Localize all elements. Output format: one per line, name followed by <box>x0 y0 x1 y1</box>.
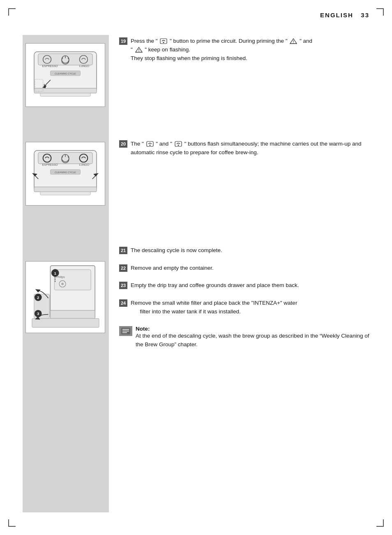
svg-rect-24 <box>34 187 97 192</box>
note-box: Note: At the end of the descaling cycle,… <box>119 325 369 349</box>
step-19-block: 19 Press the " " button to prime the cir… <box>119 37 369 63</box>
svg-rect-29 <box>54 270 91 290</box>
step-19-number: 19 <box>119 37 127 45</box>
language-label: ENGLISH <box>320 12 353 19</box>
svg-text:CLEANING CYCLE: CLEANING CYCLE <box>55 171 76 174</box>
step-20-text: The " " and " " buttons flash simultaneo… <box>131 140 369 157</box>
svg-point-45 <box>163 42 164 43</box>
step-19-subtext: They stop flashing when the priming is f… <box>131 54 312 63</box>
step-20-number: 20 <box>119 140 127 148</box>
step-23-text: Empty the drip tray and coffee grounds d… <box>131 281 299 290</box>
step-23-block: 23 Empty the drip tray and coffee ground… <box>119 281 369 290</box>
step-20-block: 20 The " " and " " buttons flash simulta… <box>119 140 369 157</box>
page-header: ENGLISH 33 <box>320 12 369 19</box>
note-label: Note: <box>136 326 150 332</box>
step-21-text: The descaling cycle is now complete. <box>131 246 222 255</box>
svg-text:CLEANING CYCLE: CLEANING CYCLE <box>55 72 76 75</box>
step-22-number: 22 <box>119 264 127 272</box>
machine-illustration-3: Philips 1 2 3 <box>25 261 105 333</box>
content-area: 19 Press the " " button to prime the cir… <box>119 37 369 352</box>
step-21-block: 21 The descaling cycle is now complete. <box>119 246 369 255</box>
svg-text:2: 2 <box>37 295 39 300</box>
corner-mark-bl <box>8 519 16 527</box>
svg-point-32 <box>61 283 64 285</box>
step-21-number: 21 <box>119 247 127 254</box>
section-gap-2 <box>119 166 369 246</box>
svg-text:ESPRESSO: ESPRESSO <box>42 65 58 67</box>
note-icon <box>119 326 132 336</box>
svg-rect-25 <box>40 192 90 195</box>
svg-point-48 <box>293 43 294 44</box>
svg-point-51 <box>138 51 139 52</box>
step-24-block: 24 Remove the small white filter and pla… <box>119 299 369 316</box>
step-24-text: Remove the small white filter and place … <box>131 299 297 316</box>
note-content: Note: At the end of the descaling cycle,… <box>136 325 369 349</box>
corner-mark-tr <box>376 8 384 16</box>
section-gap-1 <box>119 72 369 140</box>
step-24-number: 24 <box>119 299 127 307</box>
machine-illustration-2: ESPRESSO LUNGO CLEANING CYCLE <box>25 142 105 206</box>
svg-rect-10 <box>34 88 97 93</box>
note-text: At the end of the descaling cycle, wash … <box>136 333 369 347</box>
svg-text:ESPRESSO: ESPRESSO <box>42 163 58 166</box>
svg-text:3: 3 <box>37 311 39 316</box>
page-number: 33 <box>361 12 369 19</box>
svg-rect-11 <box>40 93 90 96</box>
corner-mark-br <box>376 519 384 527</box>
svg-text:1: 1 <box>54 271 57 276</box>
step-19-text: Press the " " button to prime the circui… <box>131 37 312 63</box>
step-22-block: 22 Remove and empty the container. <box>119 264 369 273</box>
svg-point-53 <box>149 145 150 146</box>
svg-text:LUNGO: LUNGO <box>79 163 90 166</box>
corner-mark-tl <box>8 8 16 16</box>
machine-illustration-1: ESPRESSO LUNGO CLEANING CYCLE <box>25 43 105 107</box>
step-22-text: Remove and empty the container. <box>131 264 214 273</box>
svg-point-55 <box>178 145 179 146</box>
svg-rect-35 <box>50 310 95 319</box>
step-23-number: 23 <box>119 282 127 289</box>
svg-text:LUNGO: LUNGO <box>79 65 90 67</box>
svg-rect-41 <box>32 318 99 327</box>
